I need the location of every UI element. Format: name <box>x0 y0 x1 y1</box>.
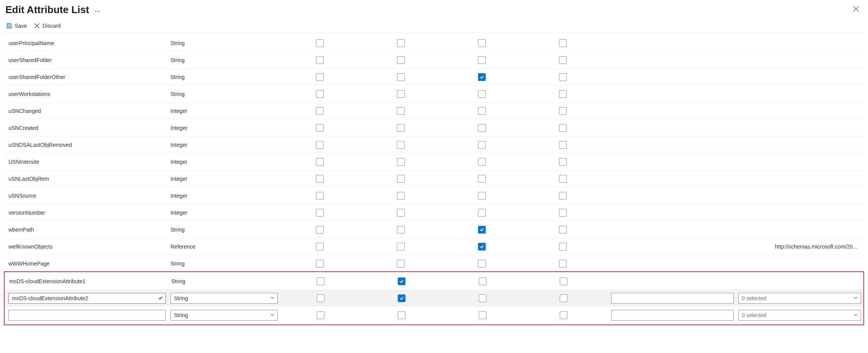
checkbox[interactable] <box>316 226 324 234</box>
checkbox[interactable] <box>478 124 486 132</box>
checkbox[interactable] <box>316 243 324 250</box>
checkbox-c2[interactable] <box>398 277 405 285</box>
save-button[interactable]: Save <box>6 23 27 29</box>
checkbox[interactable] <box>559 56 567 64</box>
checkbox[interactable] <box>559 158 567 166</box>
checkbox[interactable] <box>478 209 486 217</box>
checkbox[interactable] <box>478 243 486 250</box>
checkbox[interactable] <box>559 124 567 132</box>
checkbox[interactable] <box>397 107 405 115</box>
checkbox[interactable] <box>559 73 567 81</box>
delete-button[interactable] <box>863 277 868 286</box>
checkbox-c4[interactable] <box>560 294 567 302</box>
checkbox-c4[interactable] <box>560 277 567 285</box>
checkbox[interactable] <box>397 209 405 217</box>
checkbox-c3[interactable] <box>479 294 486 302</box>
attr-type-select[interactable] <box>171 293 278 304</box>
checkbox[interactable] <box>397 175 405 183</box>
checkbox[interactable] <box>478 175 486 183</box>
checkbox[interactable] <box>316 260 324 267</box>
checkbox[interactable] <box>316 209 324 217</box>
checkbox[interactable] <box>478 90 486 98</box>
checkbox[interactable] <box>316 158 324 166</box>
delete-button[interactable] <box>863 39 868 48</box>
extra-input[interactable] <box>611 293 734 304</box>
checkbox[interactable] <box>559 90 567 98</box>
checkbox[interactable] <box>316 192 324 200</box>
checkbox-c4[interactable] <box>560 311 567 319</box>
attr-name-input[interactable] <box>8 310 166 321</box>
checkbox[interactable] <box>559 209 567 217</box>
checkbox[interactable] <box>478 56 486 64</box>
delete-button[interactable] <box>863 106 868 116</box>
delete-button[interactable] <box>863 242 868 251</box>
checkbox[interactable] <box>316 107 324 115</box>
checkbox[interactable] <box>397 226 405 234</box>
checkbox-c2[interactable] <box>398 294 405 302</box>
checkbox[interactable] <box>397 192 405 200</box>
attr-name-input[interactable] <box>8 293 166 304</box>
checkbox[interactable] <box>397 124 405 132</box>
checkbox[interactable] <box>559 260 567 267</box>
delete-button[interactable] <box>863 294 868 303</box>
delete-button[interactable] <box>863 140 868 150</box>
checkbox[interactable] <box>397 39 405 47</box>
checkbox[interactable] <box>316 39 324 47</box>
checkbox-c1[interactable] <box>317 277 324 285</box>
checkbox[interactable] <box>478 260 486 267</box>
checkbox[interactable] <box>397 73 405 81</box>
checkbox[interactable] <box>559 226 567 234</box>
checkbox[interactable] <box>559 107 567 115</box>
checkbox[interactable] <box>397 56 405 64</box>
checkbox-c1[interactable] <box>317 294 324 302</box>
checkbox[interactable] <box>478 141 486 149</box>
delete-button[interactable] <box>863 259 868 268</box>
checkbox[interactable] <box>559 192 567 200</box>
delete-button[interactable] <box>863 225 868 234</box>
delete-button[interactable] <box>863 174 868 183</box>
checkbox[interactable] <box>316 175 324 183</box>
delete-button[interactable] <box>863 89 868 99</box>
checkbox[interactable] <box>559 39 567 47</box>
svg-rect-1 <box>8 26 11 28</box>
checkbox[interactable] <box>316 90 324 98</box>
checkbox[interactable] <box>397 260 405 267</box>
delete-button[interactable] <box>863 208 868 217</box>
extra-input[interactable] <box>611 310 734 321</box>
checkbox[interactable] <box>559 175 567 183</box>
checkbox-c3[interactable] <box>479 277 486 285</box>
checkbox[interactable] <box>478 73 486 81</box>
reference-link[interactable]: http://schemas.microsoft.com/20... <box>735 242 863 251</box>
checkbox-c3[interactable] <box>479 311 486 319</box>
multiselect[interactable] <box>738 293 861 304</box>
checkbox[interactable] <box>478 39 486 47</box>
discard-button[interactable]: Discard <box>34 23 61 29</box>
attr-type-select[interactable] <box>171 310 278 321</box>
delete-button[interactable] <box>863 55 868 65</box>
delete-button[interactable] <box>863 123 868 133</box>
checkbox[interactable] <box>316 73 324 81</box>
checkbox[interactable] <box>316 56 324 64</box>
attr-type: Integer <box>167 174 279 183</box>
checkbox-c1[interactable] <box>317 311 324 319</box>
checkbox[interactable] <box>397 141 405 149</box>
delete-button[interactable] <box>863 72 868 82</box>
delete-button[interactable] <box>863 191 868 200</box>
more-icon[interactable]: … <box>95 7 101 13</box>
checkbox-c2[interactable] <box>398 311 405 319</box>
checkbox[interactable] <box>478 158 486 166</box>
checkbox[interactable] <box>397 158 405 166</box>
checkbox[interactable] <box>559 141 567 149</box>
checkbox[interactable] <box>478 226 486 234</box>
checkbox[interactable] <box>559 243 567 250</box>
checkbox[interactable] <box>478 192 486 200</box>
reference-link <box>735 59 863 62</box>
checkbox[interactable] <box>397 243 405 250</box>
delete-button[interactable] <box>863 157 868 166</box>
checkbox[interactable] <box>316 141 324 149</box>
checkbox[interactable] <box>316 124 324 132</box>
close-button[interactable] <box>849 4 863 16</box>
checkbox[interactable] <box>478 107 486 115</box>
multiselect[interactable] <box>738 310 861 321</box>
checkbox[interactable] <box>397 90 405 98</box>
